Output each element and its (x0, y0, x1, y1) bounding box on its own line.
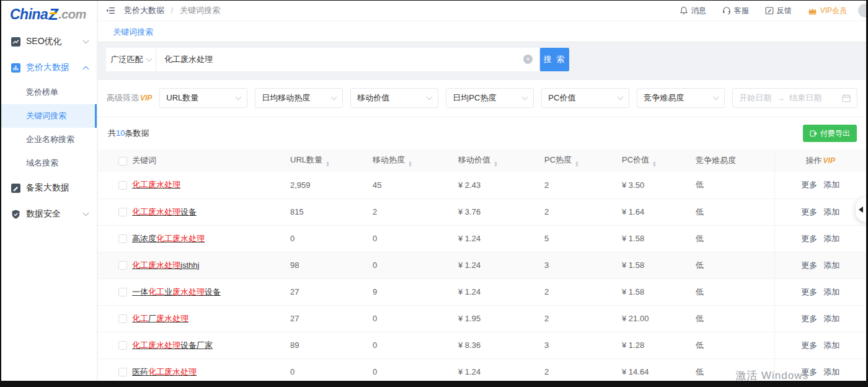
filter-select-移动价值[interactable]: 移动价值 (350, 88, 438, 108)
filter-select-URL数量[interactable]: URL数量 (159, 88, 247, 108)
value-cell: 低 (696, 252, 774, 278)
row-action-更多[interactable]: 更多 (801, 234, 817, 243)
row-checkbox[interactable] (118, 341, 127, 350)
sidebar-item-关键词搜索[interactable]: 关键词搜索 (1, 104, 97, 128)
chinaz-logo[interactable]: ChinaZ.com (1, 1, 97, 29)
column-header-URL数量[interactable]: URL数量▲▼ (290, 149, 373, 172)
keyword-highlight: 化工废水处理 (132, 180, 180, 189)
header-action-反馈[interactable]: 反馈 (765, 6, 792, 16)
row-action-更多[interactable]: 更多 (801, 367, 817, 376)
sort-icon[interactable]: ▲▼ (494, 161, 498, 167)
row-action-添加[interactable]: 添加 (823, 367, 839, 376)
filter-select-竞争难易度[interactable]: 竞争难易度 (637, 88, 725, 108)
filter-select-日均移动热度[interactable]: 日均移动热度 (255, 88, 343, 108)
row-action-添加[interactable]: 添加 (823, 260, 839, 270)
sort-icon[interactable]: ▲▼ (408, 161, 412, 167)
crown-icon (808, 7, 817, 15)
sidebar-item-备案大数据[interactable]: 备案大数据 (1, 175, 97, 201)
sidebar-item-企业名称搜索[interactable]: 企业名称搜索 (1, 128, 97, 151)
paid-export-button[interactable]: 付费导出 (803, 125, 857, 142)
sort-icon[interactable]: ▲▼ (575, 161, 579, 167)
select-all-checkbox[interactable] (118, 157, 127, 166)
chevron-down-icon (83, 38, 89, 44)
tab-keyword-search[interactable]: 关键词搜索 (111, 21, 155, 43)
row-checkbox[interactable] (118, 181, 127, 190)
row-action-添加[interactable]: 添加 (823, 287, 839, 296)
keyword-link[interactable]: 化工废水处理设备 (132, 207, 197, 216)
keyword-link[interactable]: 高浓度化工废水处理 (132, 234, 205, 243)
header-action-消息[interactable]: 消息 (680, 6, 706, 16)
column-header-PC热度[interactable]: PC热度▲▼ (544, 149, 622, 172)
sidebar-item-竞价榜单[interactable]: 竞价榜单 (1, 81, 97, 104)
row-checkbox[interactable] (118, 368, 127, 376)
column-header-label: URL数量 (290, 155, 322, 164)
row-select-cell (98, 332, 132, 358)
menu-fold-icon[interactable] (106, 6, 115, 15)
keyword-search-input[interactable] (156, 48, 539, 71)
value-cell: ¥ 14.64 (622, 358, 696, 381)
keyword-text: 一体 (132, 287, 148, 296)
headset-icon (722, 6, 731, 15)
column-header-PC价值[interactable]: PC价值▲▼ (622, 149, 696, 172)
value-cell: ¥ 1.24 (458, 252, 544, 278)
row-actions-cell: 更多添加 (774, 305, 866, 332)
row-action-添加[interactable]: 添加 (823, 207, 839, 216)
row-select-cell (98, 278, 132, 305)
row-action-添加[interactable]: 添加 (823, 234, 839, 243)
keyword-link[interactable]: 一体化工业废水处理设备 (132, 287, 221, 296)
value-cell: 27 (290, 305, 373, 332)
column-header-移动价值[interactable]: 移动价值▲▼ (458, 149, 544, 172)
row-checkbox[interactable] (118, 208, 127, 216)
user-avatar[interactable] (858, 4, 866, 17)
row-action-添加[interactable]: 添加 (823, 340, 839, 350)
filter-select-PC价值[interactable]: PC价值 (541, 88, 629, 108)
column-header-移动热度[interactable]: 移动热度▲▼ (373, 149, 458, 172)
sidebar-item-数据安全[interactable]: 数据安全 (1, 201, 97, 227)
keyword-link[interactable]: 化工废水处理jsthhj (132, 260, 199, 270)
keyword-link[interactable]: 化工废水处理 (132, 180, 180, 189)
row-action-更多[interactable]: 更多 (801, 314, 817, 323)
row-action-更多[interactable]: 更多 (801, 180, 817, 189)
clear-input-icon[interactable]: × (523, 55, 533, 64)
value-cell: ¥ 2.43 (458, 172, 544, 198)
value-cell: 0 (290, 358, 373, 381)
header-action-VIP会员[interactable]: VIP会员 (808, 6, 847, 16)
row-select-cell (98, 252, 132, 278)
sort-icon[interactable]: ▲▼ (652, 161, 657, 167)
date-range-input[interactable]: 开始日期 → 结束日期 (732, 88, 857, 108)
value-cell: ¥ 1.58 (622, 278, 696, 305)
row-action-更多[interactable]: 更多 (801, 260, 817, 270)
keyword-link[interactable]: 化工废水处理设备厂家 (132, 340, 213, 350)
sidebar-item-label: SEO优化 (26, 36, 84, 47)
row-action-更多[interactable]: 更多 (801, 287, 817, 296)
row-select-cell (98, 225, 132, 252)
value-cell: 低 (696, 278, 774, 305)
sort-icon[interactable]: ▲▼ (326, 161, 330, 167)
filter-select-日均PC热度[interactable]: 日均PC热度 (446, 88, 534, 108)
sidebar-item-竞价大数据[interactable]: 竞价大数据 (1, 55, 97, 81)
sidebar-menu: SEO优化竞价大数据竞价榜单关键词搜索企业名称搜索域名搜索备案大数据数据安全 (1, 29, 97, 227)
row-checkbox[interactable] (118, 261, 127, 270)
keyword-text: 设备 (180, 207, 197, 216)
row-action-更多[interactable]: 更多 (801, 207, 817, 216)
keyword-highlight: 废水处理 (172, 287, 205, 296)
keyword-link[interactable]: 医药化工废水处理 (132, 367, 197, 376)
sidebar-item-SEO优化[interactable]: SEO优化 (1, 29, 97, 55)
value-cell: 2 (544, 305, 622, 332)
column-header-操作: 操作VIP (774, 149, 866, 172)
header-action-客服[interactable]: 客服 (722, 6, 749, 16)
keyword-link[interactable]: 化工厂废水处理 (132, 314, 188, 323)
filter-select-label: 日均移动热度 (262, 92, 310, 104)
row-action-添加[interactable]: 添加 (823, 314, 839, 323)
keyword-highlight: 化工废水处理 (132, 260, 180, 270)
row-action-添加[interactable]: 添加 (823, 180, 839, 189)
row-checkbox[interactable] (118, 288, 127, 296)
row-checkbox[interactable] (118, 314, 127, 323)
search-button[interactable]: 搜 索 (540, 48, 569, 71)
row-action-更多[interactable]: 更多 (801, 340, 817, 350)
sidebar-item-域名搜索[interactable]: 域名搜索 (1, 151, 97, 175)
match-type-select[interactable]: 广泛匹配 (106, 48, 156, 71)
keyword-cell: 化工厂废水处理 (132, 305, 290, 332)
breadcrumb-item-parent[interactable]: 竞价大数据 (124, 6, 164, 15)
row-checkbox[interactable] (118, 234, 127, 243)
